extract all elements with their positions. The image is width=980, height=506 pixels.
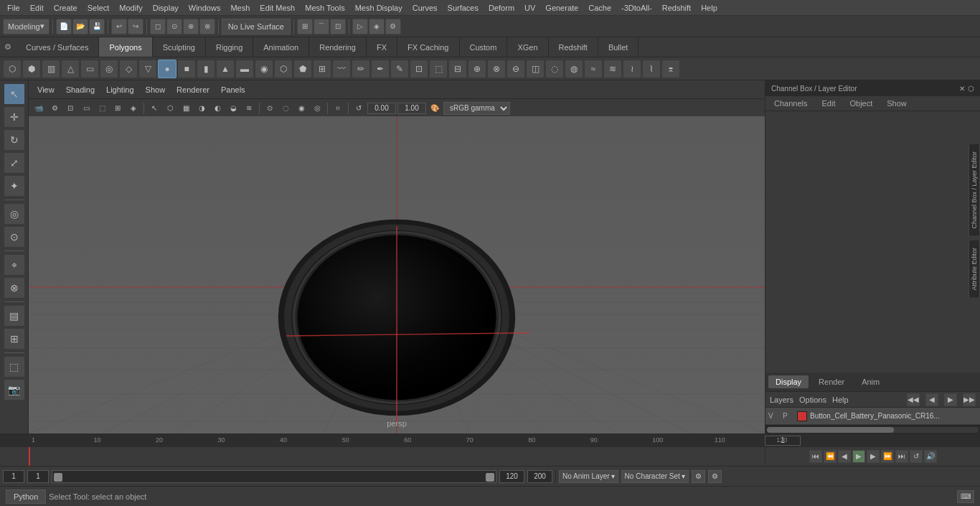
channel-box-tab[interactable]: Channel Box / Layer Editor <box>969 144 980 237</box>
deform5-icon[interactable]: ⌆ <box>661 60 680 78</box>
deform2-icon[interactable]: ≋ <box>603 60 622 78</box>
xray-joints-btn[interactable]: ◎ <box>310 102 324 115</box>
ao-btn[interactable]: ◐ <box>210 102 225 115</box>
move-tool-btn[interactable]: ✛ <box>4 106 25 128</box>
deform1-icon[interactable]: ≈ <box>584 60 603 78</box>
grid-btn[interactable]: ⊞ <box>110 102 125 115</box>
quick-select-btn[interactable]: ⬚ <box>4 356 25 378</box>
options-menu[interactable]: Options <box>799 395 826 404</box>
deform-display-btn[interactable]: ⌗ <box>331 102 345 115</box>
undo-view-btn[interactable]: ↺ <box>352 102 366 115</box>
dra-tab-anim[interactable]: Anim <box>854 375 887 388</box>
layer-color[interactable] <box>797 411 807 421</box>
range-start-input[interactable] <box>3 470 24 483</box>
scrollbar-track[interactable] <box>767 427 979 433</box>
film-gate-btn[interactable]: ▭ <box>79 102 93 115</box>
gate-btn[interactable]: ⊡ <box>63 102 77 115</box>
float-icon[interactable]: ⬡ <box>968 85 974 93</box>
camera-btn[interactable]: 📷 <box>4 379 25 400</box>
layer-visibility[interactable]: V <box>768 412 780 420</box>
snap-point-btn[interactable]: ⊡ <box>330 19 346 34</box>
attribute-editor-tab[interactable]: Attribute Editor <box>969 240 980 299</box>
vp-menu-renderer[interactable]: Renderer <box>174 84 212 95</box>
display-layer-btn[interactable]: ▤ <box>4 305 25 327</box>
nurbs-cone-icon[interactable]: △ <box>61 60 80 78</box>
python-btn[interactable]: Python <box>6 489 46 504</box>
universal-manip-btn[interactable]: ✦ <box>4 175 25 197</box>
render-settings-btn[interactable]: ⚙ <box>385 19 401 34</box>
script-editor-btn[interactable]: ⌨ <box>957 490 974 503</box>
poly-cone-icon[interactable]: ▲ <box>216 60 235 78</box>
nurbs-prism-icon[interactable]: ◇ <box>119 60 138 78</box>
loop-btn[interactable]: ↺ <box>910 450 923 463</box>
show-manip-btn[interactable]: ⊙ <box>4 226 25 248</box>
menu-help[interactable]: Help <box>697 2 722 14</box>
timeline-ruler[interactable]: 1102030405060708090100110120 <box>0 434 980 447</box>
menu-select[interactable]: Select <box>83 2 114 14</box>
menu-mesh-tools[interactable]: Mesh Tools <box>301 2 349 14</box>
menu-redshift[interactable]: Redshift <box>658 2 695 14</box>
next-frame-btn[interactable]: ▶ <box>867 450 880 463</box>
layer-nav-2[interactable]: ◀ <box>925 393 938 406</box>
snap-grid-btn[interactable]: ⊞ <box>297 19 313 34</box>
poly-pyramid-icon[interactable]: ⬟ <box>293 60 312 78</box>
vp-menu-show[interactable]: Show <box>143 84 169 95</box>
tab-polygons[interactable]: Polygons <box>99 37 152 57</box>
help-menu[interactable]: Help <box>832 395 849 404</box>
nurbs-sphere-icon[interactable]: ⬡ <box>3 60 22 78</box>
tab-rigging[interactable]: Rigging <box>206 37 253 57</box>
step-back-btn[interactable]: ⏪ <box>824 450 837 463</box>
slider-thumb-end[interactable] <box>486 473 494 482</box>
boolean-icon[interactable]: ⊖ <box>507 60 525 78</box>
tab-curves-surfaces[interactable]: Curves / Surfaces <box>16 37 99 57</box>
motion-blur-btn[interactable]: ≋ <box>242 102 256 115</box>
nurbs-torus-icon[interactable]: ◎ <box>100 60 118 78</box>
soft-select-btn[interactable]: ◎ <box>4 203 25 225</box>
subdiv-icon[interactable]: ◍ <box>565 60 583 78</box>
menu-deform[interactable]: Deform <box>484 2 519 14</box>
menu-curves[interactable]: Curves <box>408 2 442 14</box>
menu-file[interactable]: File <box>3 2 24 14</box>
range-end-input[interactable] <box>499 470 524 483</box>
coord-x-input[interactable] <box>367 103 396 114</box>
menu-mesh-display[interactable]: Mesh Display <box>351 2 407 14</box>
menu-mesh[interactable]: Mesh <box>226 2 254 14</box>
menu-windows[interactable]: Windows <box>184 2 225 14</box>
tab-show[interactable]: Show <box>881 98 913 109</box>
rotate-tool-btn[interactable]: ↻ <box>4 129 25 151</box>
shadows-btn[interactable]: ◑ <box>194 102 209 115</box>
extrude-icon[interactable]: ⊡ <box>410 60 428 78</box>
anim-end-input[interactable] <box>527 470 552 483</box>
open-scene-btn[interactable]: 📂 <box>72 19 88 34</box>
menu-edit-mesh[interactable]: Edit Mesh <box>255 2 299 14</box>
timeline-bar[interactable]: ⏮ ⏪ ◀ ▶ ▶ ⏩ ⏭ ↺ 🔊 <box>0 447 980 466</box>
texture-btn[interactable]: ▦ <box>179 102 193 115</box>
snap-curve-btn[interactable]: ⌒ <box>314 19 329 34</box>
close-icon[interactable]: ✕ <box>959 85 965 93</box>
menu-generate[interactable]: Generate <box>541 2 583 14</box>
tab-edit[interactable]: Edit <box>816 98 841 109</box>
wireframe-on-shaded-btn[interactable]: ⬡ <box>163 102 177 115</box>
prev-frame-btn[interactable]: ◀ <box>838 450 851 463</box>
deform3-icon[interactable]: ≀ <box>623 60 641 78</box>
dra-tab-display[interactable]: Display <box>768 375 809 388</box>
menu-uv[interactable]: UV <box>520 2 540 14</box>
vp-menu-view[interactable]: View <box>34 84 57 95</box>
dra-tab-render[interactable]: Render <box>811 375 852 388</box>
xray-btn[interactable]: ◌ <box>278 102 293 115</box>
goto-end-btn[interactable]: ⏭ <box>895 450 908 463</box>
redo-btn[interactable]: ↪ <box>128 19 143 34</box>
scrollbar-thumb[interactable] <box>767 427 894 433</box>
smooth-icon[interactable]: ◌ <box>545 60 564 78</box>
nurbs-pyramid-icon[interactable]: ▽ <box>138 60 157 78</box>
menu-display[interactable]: Display <box>149 2 183 14</box>
no-char-set-dropdown[interactable]: No Character Set ▾ <box>621 470 689 483</box>
camera-attr-btn[interactable]: ⚙ <box>47 102 62 115</box>
vp-menu-shading[interactable]: Shading <box>63 84 98 95</box>
anim-layer-btn[interactable]: ⊞ <box>4 328 25 350</box>
timeline-slider[interactable] <box>52 470 496 483</box>
tab-custom[interactable]: Custom <box>460 37 508 57</box>
paint-select-btn[interactable]: ⊗ <box>4 277 25 299</box>
slider-thumb[interactable] <box>54 473 62 482</box>
audio-btn[interactable]: 🔊 <box>924 450 937 463</box>
